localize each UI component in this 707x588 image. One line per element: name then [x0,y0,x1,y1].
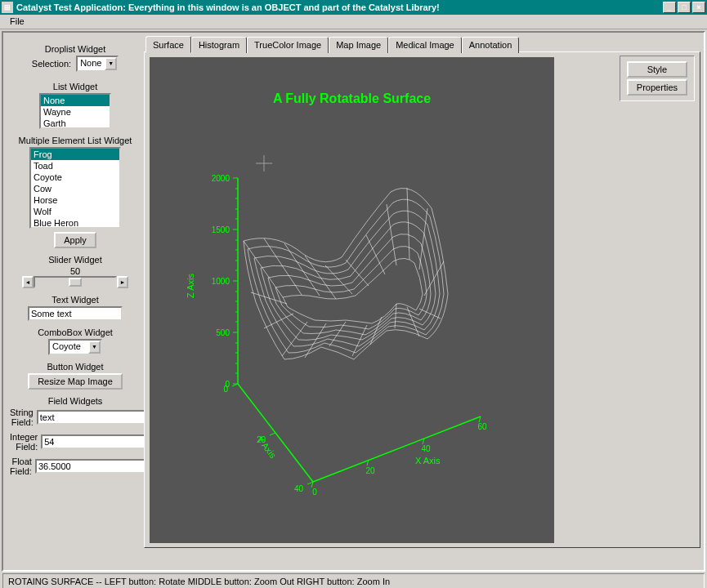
close-button[interactable]: × [692,2,705,13]
tab-strip: Surface Histogram TrueColor Image Map Im… [145,36,700,52]
tab-truecolor[interactable]: TrueColor Image [247,37,329,53]
selection-label: Selection: [32,59,71,69]
droplist-label: Droplist Widget [45,44,106,54]
svg-line-42 [270,433,275,435]
button-widget-label: Button Widget [47,362,103,372]
slider-thumb[interactable] [69,278,82,287]
svg-line-55 [387,204,396,265]
title-bar: ⊞ Catalyst Test Application: Everything … [0,0,707,15]
list-item[interactable]: Toad [31,160,119,172]
svg-text:Z Axis: Z Axis [186,274,195,298]
svg-text:500: 500 [216,328,230,337]
list-item[interactable]: Garth [41,118,110,129]
svg-line-31 [313,416,481,482]
svg-line-51 [305,256,336,299]
svg-text:0: 0 [312,488,317,497]
list-widget[interactable]: None Wayne Garth [39,93,111,129]
status-bar: ROTAING SURFACE -- LEFT button: Rotate M… [2,573,705,588]
svg-text:20: 20 [365,466,375,475]
style-button[interactable]: Style [627,61,687,78]
chevron-down-icon: ▼ [88,341,101,354]
slider-track[interactable] [34,276,117,288]
svg-text:0: 0 [223,385,228,394]
list-item[interactable]: Horse [31,194,119,206]
svg-line-66 [282,322,307,356]
list-item[interactable]: None [41,95,110,106]
list-widget-label: List Widget [53,82,97,91]
tab-map[interactable]: Map Image [329,37,388,53]
tab-histogram[interactable]: Histogram [191,37,247,53]
svg-text:60: 60 [477,422,487,431]
svg-line-59 [419,309,441,318]
right-panel: Surface Histogram TrueColor Image Map Im… [144,36,700,567]
svg-line-53 [346,260,369,286]
svg-line-48 [244,241,283,297]
list-item[interactable]: Frog [31,149,119,160]
slider-arrow-left-icon[interactable]: ◄ [22,276,34,288]
properties-button[interactable]: Properties [627,79,687,96]
app-icon: ⊞ [2,2,13,13]
slider-label: Slider Widget [48,255,101,265]
svg-line-50 [284,243,320,296]
svg-text:40: 40 [421,444,431,453]
wireframe-icon [244,188,448,359]
list-item[interactable]: Cow [31,183,119,194]
slider-value: 50 [70,266,80,276]
svg-text:40: 40 [294,484,304,493]
surface-plot[interactable]: A Fully Rotatable Surface [150,57,554,543]
combo-label: ComboBox Widget [38,327,113,337]
field-widgets-label: Field Widgets [48,396,103,406]
svg-text:1500: 1500 [212,225,230,234]
apply-button[interactable]: Apply [54,232,96,248]
svg-line-60 [407,307,419,336]
integer-field-input[interactable] [41,434,160,449]
float-field-label: Float Field: [10,457,32,476]
svg-line-63 [352,325,367,356]
slider-widget[interactable]: ◄ ► [22,276,128,288]
chevron-down-icon: ▼ [105,57,117,70]
resize-map-button[interactable]: Resize Map Image [28,373,123,390]
multi-list-label: Multiple Element List Widget [19,136,132,145]
svg-text:2000: 2000 [212,174,230,183]
svg-line-68 [251,292,287,304]
svg-line-65 [305,323,326,358]
tab-annotation[interactable]: Annotation [462,37,520,53]
svg-line-54 [366,235,385,274]
svg-line-61 [395,304,396,328]
minimize-button[interactable]: _ [663,2,676,13]
string-field-label: String Field: [10,408,34,427]
list-item[interactable]: Blue Heron [31,217,119,229]
tab-content: A Fully Rotatable Surface [144,51,700,548]
svg-text:Y Axis: Y Axis [255,434,278,461]
svg-text:X Axis: X Axis [415,456,441,466]
tab-medical[interactable]: Medical Image [388,37,462,53]
list-item[interactable]: Coyote [31,172,119,183]
svg-text:1000: 1000 [212,277,230,286]
droplist-select[interactable]: None ▼ [76,56,119,72]
integer-field-label: Integer Field: [10,432,38,452]
text-widget-input[interactable] [28,306,123,321]
svg-line-49 [264,238,302,295]
window-title: Catalyst Test Application: Everything in… [16,2,661,12]
surface-svg: 2000 1500 1000 500 0 Z Axis [150,57,554,543]
list-item[interactable]: Wayne [41,106,110,118]
text-widget-label: Text Widget [51,295,98,305]
string-field-input[interactable] [37,410,156,425]
maximize-button[interactable]: □ [678,2,691,13]
float-field-input[interactable] [35,459,154,474]
left-panel: Droplist Widget Selection: None ▼ List W… [7,36,144,567]
tab-surface[interactable]: Surface [145,36,191,53]
menu-file[interactable]: File [5,15,29,28]
multi-list-widget[interactable]: Frog Toad Coyote Cow Horse Wolf Blue Her… [29,147,121,229]
svg-line-56 [407,188,409,260]
list-item[interactable]: Wolf [31,206,119,217]
combobox-widget[interactable]: Coyote ▼ [48,339,102,355]
menu-bar: File [0,15,707,29]
plot-buttons: Style Properties [620,56,695,101]
slider-arrow-right-icon[interactable]: ► [117,276,128,288]
